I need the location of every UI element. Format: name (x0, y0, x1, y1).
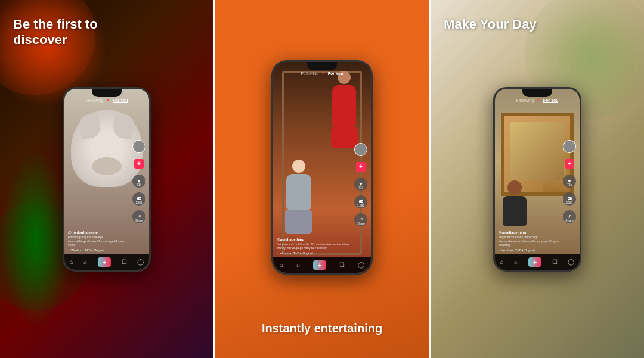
center-nav-plus[interactable]: + (313, 260, 326, 270)
left-hashtags: #animalthings #funny #foryoupage #foryou… (68, 239, 131, 247)
center-phone: Following ♥ For You + ♥ 71k (271, 60, 373, 275)
center-tab-following: Following (301, 71, 319, 76)
dog-ear-right (112, 113, 136, 139)
right-panel: Make Your Day (431, 0, 644, 358)
center-panel: Following ♥ For You + ♥ 71k (213, 0, 431, 358)
person-bottom-body (286, 174, 311, 210)
center-right-icons: + ♥ 71k 💬 1,281 (354, 143, 367, 225)
center-phone-wrapper: Following ♥ For You + ♥ 71k (271, 60, 373, 275)
right-tab-heart: ♥ (537, 98, 540, 103)
right-nav-plus[interactable]: + (528, 257, 541, 267)
painting-bg-fill (510, 122, 564, 180)
center-bottom-nav: ⌂ ⌕ + ☐ ◯ (273, 257, 371, 273)
right-tiktok-plus: + (565, 159, 574, 169)
center-phone-notch (307, 62, 337, 70)
right-hashtags: #rememberwhen #funny #foryoupage #foryou… (499, 239, 562, 247)
left-username: @mydoghatesme (68, 231, 131, 234)
person-bottom-legs (285, 210, 312, 234)
person-bottom-head (292, 160, 305, 173)
right-username: @ameliagething (499, 231, 562, 234)
center-phone-screen: Following ♥ For You + ♥ 71k (273, 62, 371, 273)
left-profile-icon (132, 140, 145, 153)
right-share-label: Share (565, 219, 573, 222)
dog-snout (92, 157, 122, 175)
right-phone-wrapper: Following ♥ For You + ♥ 71k (493, 87, 581, 272)
left-nav-home[interactable]: ⌂ (70, 259, 73, 265)
left-nav-search[interactable]: ⌕ (83, 259, 87, 265)
person-bottom (282, 160, 315, 237)
dog-head (71, 110, 143, 187)
left-tab-foryou: For You (113, 98, 128, 103)
right-profile-icon (563, 140, 576, 153)
right-music: ♫ Woohoo · TikTok Original (499, 248, 562, 252)
right-phone: Following ♥ For You + ♥ 71k (493, 87, 581, 272)
person-top (329, 71, 359, 142)
left-music: ♫ Woohoo · TikTok Original (68, 248, 131, 252)
center-comments-count: 1,281 (357, 204, 365, 207)
left-top-bar: Following ♥ For You (64, 98, 149, 103)
left-bottom-nav: ⌂ ⌕ + ☐ ◯ (64, 254, 149, 270)
right-nav-home[interactable]: ⌂ (500, 259, 504, 265)
left-comments-count: 1281 (135, 201, 142, 204)
right-phone-notch (522, 89, 552, 97)
right-phone-screen: Following ♥ For You + ♥ 71k (495, 89, 580, 270)
center-nav-profile[interactable]: ◯ (358, 262, 364, 268)
right-tab-foryou: For You (543, 98, 559, 103)
man-peeking (500, 180, 530, 228)
right-nav-inbox[interactable]: ☐ (552, 259, 558, 265)
center-caption-text: Bet you can't hold this for 10 minutes #… (277, 242, 353, 250)
left-likes-count: 71k (137, 183, 141, 186)
center-nav-search[interactable]: ⌕ (296, 262, 300, 268)
right-right-icons: + ♥ 71k 💬 1281 (563, 140, 576, 222)
man-body (503, 196, 527, 226)
center-tab-heart: ♥ (322, 71, 324, 76)
center-username: @ameliagething (277, 238, 353, 241)
left-phone-screen: Following ♥ For You + ♥ 71k (64, 89, 149, 270)
right-top-bar: Following ♥ For You (495, 98, 580, 103)
left-phone: Following ♥ For You + ♥ 71k (63, 87, 151, 272)
center-share-label: Share (357, 222, 364, 225)
left-tab-following: Following (86, 98, 104, 103)
center-profile-icon (354, 143, 367, 156)
right-tab-following: Following (516, 98, 534, 103)
person-top-legs (331, 127, 358, 148)
left-nav-plus[interactable]: + (98, 257, 111, 267)
center-tab-foryou: For You (328, 71, 343, 76)
right-likes-count: 71k (567, 183, 572, 186)
center-caption-area: @ameliagething Bet you can't hold this f… (277, 238, 353, 255)
left-nav-inbox[interactable]: ☐ (122, 259, 127, 265)
center-top-bar: Following ♥ For You (273, 71, 371, 76)
left-nav-profile[interactable]: ◯ (137, 259, 144, 265)
center-tiktok-plus: + (356, 162, 366, 172)
left-caption: @mydoghatesme Romeo giving the side eye … (68, 231, 131, 252)
left-panel: Be the first to discover Following ♥ Fo (0, 0, 213, 358)
right-bottom-nav: ⌂ ⌕ + ☐ ◯ (495, 254, 580, 270)
center-music: ♫ Woohoo · TikTok Original (277, 251, 353, 255)
man-head (507, 180, 522, 195)
left-tab-heart: ♥ (107, 98, 109, 103)
left-tiktok-plus: + (134, 159, 144, 169)
person-top-body (332, 85, 356, 127)
left-phone-notch (92, 89, 122, 97)
right-nav-search[interactable]: ⌕ (514, 259, 518, 265)
right-nav-profile[interactable]: ◯ (568, 259, 574, 265)
left-headline: Be the first to discover (13, 17, 144, 48)
center-nav-home[interactable]: ⌂ (280, 262, 283, 268)
right-comments-count: 1281 (566, 201, 572, 204)
left-right-icons: + ♥ 71k 💬 1281 (132, 140, 145, 222)
center-likes-count: 71k (358, 186, 363, 189)
left-share-label: Share (135, 219, 143, 222)
dog-ear-left (78, 113, 102, 139)
right-caption-area: @ameliagething Magic tricks I can't loud… (499, 231, 562, 252)
left-phone-wrapper: Following ♥ For You + ♥ 71k (63, 87, 151, 272)
center-nav-inbox[interactable]: ☐ (339, 262, 345, 268)
right-headline: Make Your Day (444, 17, 537, 32)
center-subheadline: Instantly entertaining (262, 322, 382, 335)
